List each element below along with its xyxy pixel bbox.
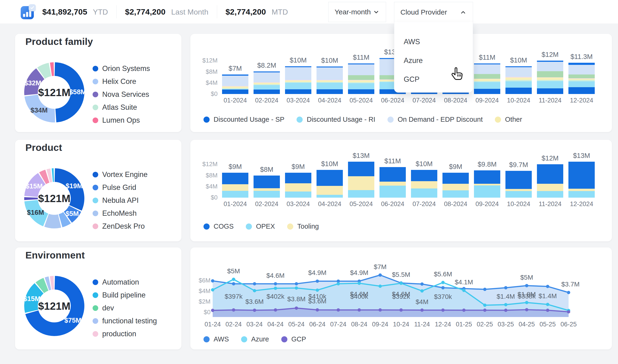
bar-segment-COGS[interactable]	[222, 173, 248, 184]
bar-08-2024[interactable]	[442, 173, 469, 198]
bar-segment-Discounted Usage - RI[interactable]	[474, 82, 500, 89]
data-point-Azure-01-24[interactable]	[211, 288, 214, 292]
data-point-GCP-06-24[interactable]	[316, 308, 319, 312]
bar-07-2024[interactable]	[411, 170, 437, 198]
bar-03-2024[interactable]	[285, 66, 311, 94]
legend-item-Helix Core[interactable]: Helix Core	[93, 77, 150, 86]
data-point-Azure-03-25[interactable]	[504, 303, 507, 306]
bar-segment-OPEX[interactable]	[348, 190, 374, 198]
bar-segment-Other[interactable]	[537, 78, 563, 80]
data-point-Azure-05-25[interactable]	[546, 303, 549, 306]
bar-11-2024[interactable]	[537, 164, 563, 198]
bar-06-2024[interactable]	[379, 167, 406, 198]
bar-segment-Tooling[interactable]	[222, 184, 248, 191]
bar-segment-Tooling[interactable]	[379, 182, 406, 186]
bar-10-2024[interactable]	[505, 171, 532, 198]
bar-01-2024[interactable]	[222, 75, 248, 94]
bar-segment-Discounted Usage - SP[interactable]	[505, 88, 532, 94]
menu-item-azure[interactable]: Azure	[394, 51, 473, 70]
legend-item-Vortex Engine[interactable]: Vortex Engine	[93, 170, 148, 179]
bar-segment-Other[interactable]	[505, 78, 532, 80]
data-point-GCP-12-24[interactable]	[441, 309, 445, 312]
menu-item-gcp[interactable]: GCP	[394, 70, 473, 89]
legend-item-AWS[interactable]: AWS	[204, 335, 229, 343]
legend-item-Lumen Ops[interactable]: Lumen Ops	[93, 116, 150, 125]
data-point-AWS-04-24[interactable]	[274, 282, 277, 286]
data-point-GCP-04-25[interactable]	[525, 308, 528, 311]
bar-segment-Tooling[interactable]	[411, 181, 437, 188]
legend-item-Discounted Usage - SP[interactable]: Discounted Usage - SP	[204, 116, 284, 123]
data-point-GCP-04-24[interactable]	[274, 308, 277, 312]
bar-segment-OPEX[interactable]	[379, 186, 406, 198]
bar-segment-Discounted Usage - SP[interactable]	[222, 90, 248, 94]
bar-04-2024[interactable]	[317, 66, 343, 94]
bar-segment-COGS[interactable]	[474, 170, 500, 184]
bar-11-2024[interactable]	[537, 61, 563, 94]
data-point-GCP-07-24[interactable]	[337, 308, 340, 312]
bar-segment-Other[interactable]	[317, 80, 343, 82]
bar-03-2024[interactable]	[285, 173, 311, 198]
data-point-Azure-04-25[interactable]	[525, 301, 528, 304]
bar-segment-band[interactable]	[568, 63, 595, 65]
bar-segment-COGS[interactable]	[411, 170, 437, 181]
bar-12-2024[interactable]	[568, 162, 595, 198]
data-point-AWS-11-24[interactable]	[420, 283, 424, 286]
data-point-AWS-09-24[interactable]	[379, 273, 382, 277]
data-point-Azure-08-24[interactable]	[358, 282, 361, 285]
bar-segment-Tooling[interactable]	[442, 184, 469, 190]
bar-segment-Tooling[interactable]	[285, 183, 311, 192]
bar-segment-OPEX[interactable]	[411, 188, 437, 198]
bar-segment-Discounted Usage - SP[interactable]	[285, 89, 311, 94]
bar-segment-Other[interactable]	[254, 83, 280, 85]
data-point-GCP-01-25[interactable]	[462, 309, 465, 312]
data-point-AWS-04-25[interactable]	[525, 284, 528, 287]
year-month-dropdown[interactable]: Year-month	[328, 2, 386, 22]
bar-segment-OPEX[interactable]	[474, 185, 500, 198]
legend-item-Nebula API[interactable]: Nebula API	[93, 196, 148, 205]
data-point-GCP-10-24[interactable]	[399, 308, 403, 312]
bar-segment-Discounted Usage - RI[interactable]	[537, 81, 563, 89]
bar-segment-Discounted Usage - RI[interactable]	[348, 83, 374, 89]
bar-segment-Discounted Usage - SP[interactable]	[474, 89, 500, 94]
data-point-Azure-04-24[interactable]	[274, 287, 277, 290]
bar-05-2024[interactable]	[348, 162, 374, 198]
data-point-Azure-10-24[interactable]	[399, 282, 403, 285]
bar-segment-Discounted Usage - SP[interactable]	[568, 87, 595, 94]
data-point-GCP-03-25[interactable]	[504, 309, 507, 312]
bar-segment-Tooling[interactable]	[505, 189, 532, 191]
data-point-AWS-02-25[interactable]	[483, 288, 486, 291]
bar-segment-Discounted Usage - RI[interactable]	[317, 83, 343, 89]
bar-segment-COGS[interactable]	[537, 164, 563, 184]
bar-segment-COGS[interactable]	[379, 167, 406, 182]
bar-segment-COGS[interactable]	[317, 170, 343, 186]
bar-segment-COGS[interactable]	[254, 176, 280, 188]
bar-segment-Tooling[interactable]	[568, 189, 595, 191]
bar-segment-Discounted Usage - SP[interactable]	[254, 90, 280, 94]
bar-segment-Other[interactable]	[474, 79, 500, 81]
legend-item-EchoMesh[interactable]: EchoMesh	[93, 209, 148, 218]
data-point-AWS-02-24[interactable]	[232, 282, 235, 286]
data-point-Azure-06-24[interactable]	[316, 288, 319, 292]
legend-item-functional testing[interactable]: functional testing	[93, 317, 157, 325]
bar-segment-OPEX[interactable]	[222, 191, 248, 198]
legend-item-OPEX[interactable]: OPEX	[246, 222, 275, 230]
bar-segment-On Demand - EDP Discount[interactable]	[222, 76, 248, 86]
data-point-GCP-08-24[interactable]	[358, 308, 361, 312]
bar-segment-Discounted Usage - RI[interactable]	[568, 81, 595, 87]
bar-segment-On Demand - EDP Discount[interactable]	[317, 67, 343, 80]
legend-item-production[interactable]: production	[93, 330, 157, 338]
data-point-Azure-02-24[interactable]	[232, 278, 235, 281]
legend-item-Automation[interactable]: Automation	[93, 278, 157, 286]
data-point-Azure-11-24[interactable]	[420, 289, 424, 293]
bar-segment-COGS[interactable]	[285, 173, 311, 183]
data-point-Azure-09-24[interactable]	[379, 285, 382, 288]
data-point-GCP-11-24[interactable]	[420, 309, 424, 312]
legend-item-Orion Systems[interactable]: Orion Systems	[93, 65, 150, 73]
data-point-AWS-06-25[interactable]	[567, 291, 570, 294]
bar-01-2024[interactable]	[222, 173, 248, 198]
bar-segment-On Demand - EDP Discount[interactable]	[474, 65, 500, 74]
legend-item-COGS[interactable]: COGS	[204, 222, 233, 230]
data-point-Azure-03-24[interactable]	[253, 289, 256, 292]
legend-item-Azure[interactable]: Azure	[241, 335, 269, 343]
bar-segment-Discounted Usage - RI[interactable]	[505, 81, 532, 88]
